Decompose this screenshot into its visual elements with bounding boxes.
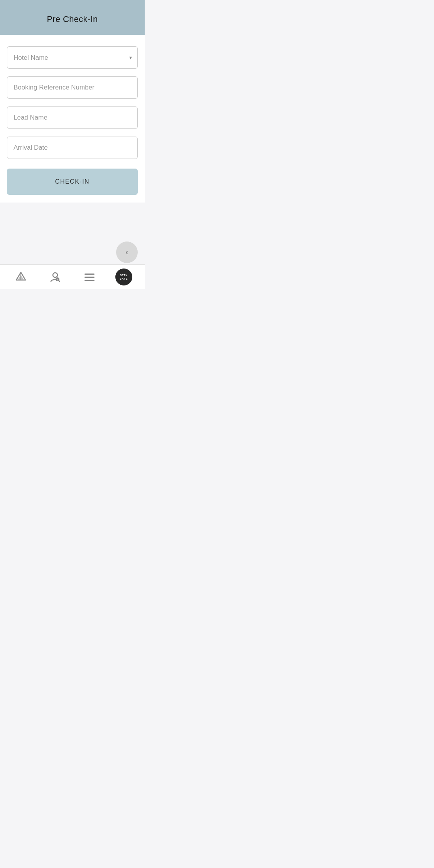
menu-line-3 [84,280,95,281]
booking-reference-input[interactable] [14,84,131,91]
nav-home-item[interactable] [11,267,30,287]
booking-reference-field[interactable] [7,76,138,99]
hotel-name-field[interactable]: Hotel Name ▾ [7,46,138,69]
home-icon [15,271,27,283]
page-title: Pre Check-In [47,14,98,24]
stay-safe-badge[interactable]: STAY SAFE [115,269,132,285]
arrival-date-field[interactable] [7,137,138,159]
nav-menu-item[interactable] [80,267,99,287]
bottom-navigation: ✓ STAY SAFE [0,264,145,289]
chevron-down-icon: ▾ [129,54,132,61]
menu-line-2 [84,277,95,278]
form-container: Hotel Name ▾ CHECK-IN [0,35,145,203]
hotel-name-select[interactable]: Hotel Name [14,54,131,61]
profile-icon: ✓ [49,271,61,283]
stay-safe-line1: STAY [120,274,128,277]
back-button[interactable]: ‹ [116,241,138,263]
lead-name-field[interactable] [7,106,138,129]
lead-name-input[interactable] [14,114,131,122]
back-icon: ‹ [125,247,128,257]
nav-stay-safe-item[interactable]: STAY SAFE [114,267,133,287]
checkin-button[interactable]: CHECK-IN [7,169,138,195]
header: Pre Check-In [0,0,145,35]
svg-point-3 [53,273,57,277]
stay-safe-line2: SAFE [120,277,128,280]
svg-text:✓: ✓ [56,279,59,281]
nav-profile-item[interactable]: ✓ [46,267,65,287]
arrival-date-input[interactable] [14,144,131,152]
menu-line-1 [84,274,95,275]
